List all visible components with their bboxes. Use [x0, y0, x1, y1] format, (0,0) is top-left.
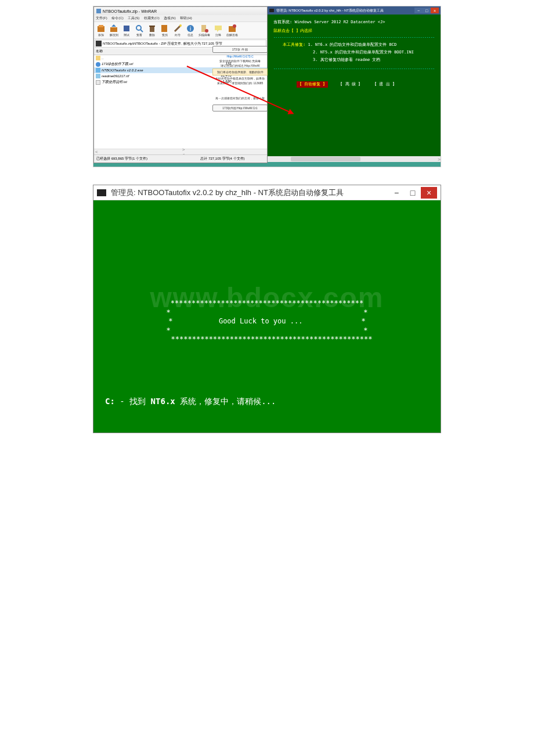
svg-rect-7 — [149, 26, 155, 27]
winrar-title-text: NTBOOTautofix.zip - WinRAR — [103, 9, 157, 13]
minimize-button[interactable]: − — [414, 8, 423, 13]
exit-button[interactable]: 【 退 出 】 — [373, 81, 396, 88]
svg-point-4 — [136, 26, 141, 30]
advanced-button[interactable]: 【 高 级 】 — [338, 81, 362, 88]
svg-line-5 — [140, 30, 143, 32]
col-name[interactable]: 名称 — [96, 49, 197, 54]
txt-icon — [96, 80, 100, 85]
divider: ----------------------------------------… — [273, 34, 435, 40]
address-text: NTBOOTautofix.zip\NTBOOTautofix - ZIP 压缩… — [103, 41, 222, 46]
wizard-button[interactable]: 向导 — [172, 23, 183, 37]
cmd-icon — [97, 189, 106, 196]
console2-title: 管理员: NTBOOTautofix v2.0.2 by chz_hlh - N… — [111, 188, 388, 198]
menu-fav[interactable]: 收藏夹(O) — [144, 16, 160, 20]
menu-file[interactable]: 文件(F) — [96, 16, 107, 20]
console-window-1: 管理员: NTBOOTautofix v2.0.2 by chz_hlh - N… — [268, 6, 441, 162]
info-button[interactable]: i信息 — [185, 23, 196, 37]
console1-title: 管理员: NTBOOTautofix v2.0.2 by chz_hlh - N… — [276, 8, 414, 13]
repair-section: 本工具修复: 1. NT6.x 的启动文件和启动菜单配置文件 BCD 2. NT… — [283, 42, 435, 64]
sfx-button[interactable]: 自解压格 — [225, 23, 239, 37]
winrar-menubar[interactable]: 文件(F) 命令(C) 工具(S) 收藏夹(O) 选项(N) 帮助(H) — [94, 15, 267, 22]
menu-help[interactable]: 帮助(H) — [180, 16, 192, 20]
console1-body: 当前系统: Windows Server 2012 R2 Datacenter … — [268, 15, 441, 92]
folder-icon — [96, 56, 100, 60]
screenshot-1: NTBOOTautofix.zip - WinRAR 文件(F) 命令(C) 工… — [93, 6, 441, 167]
svg-rect-1 — [99, 25, 103, 27]
extract-button[interactable]: 解压到 — [108, 23, 120, 37]
rtf-icon — [96, 74, 100, 78]
system-info: 当前系统: Windows Server 2012 R2 Datacenter … — [273, 19, 435, 26]
menu-options[interactable]: 选项(N) — [164, 16, 175, 20]
watermark: www.bdocx.com — [150, 282, 384, 314]
panel-url[interactable]: Http://WwW.Cr173.C — [212, 55, 268, 58]
svg-text:i: i — [190, 26, 191, 32]
scrollbar[interactable]: > — [268, 156, 441, 162]
menu-command[interactable]: 命令(C) — [111, 16, 123, 20]
svg-point-9 — [179, 24, 182, 27]
svg-rect-8 — [161, 25, 167, 32]
maximize-button[interactable]: □ — [405, 187, 421, 199]
console1-titlebar: 管理员: NTBOOTautofix v2.0.2 by chz_hlh - N… — [268, 6, 441, 15]
svg-rect-14 — [215, 26, 222, 30]
winrar-icon — [96, 9, 101, 13]
statusbar: 已经选择 693,865 字节(1 个文件) 总计 727,105 字节(4 个… — [94, 154, 267, 163]
close-button[interactable]: × — [431, 8, 439, 13]
delete-button[interactable]: 删除 — [146, 23, 158, 37]
auto-repair-button[interactable]: 【 自动修复 】 — [297, 81, 328, 88]
status-line: C: - 找到 NT6.x 系统，修复中，请稍候... — [105, 397, 429, 407]
scrollbar[interactable]: > < — [94, 149, 267, 154]
console2-body: www.bdocx.com **************************… — [93, 200, 441, 433]
panel-text: 请记住我们的域名 Http://WwW — [212, 64, 268, 67]
svg-point-13 — [205, 29, 208, 33]
svg-rect-6 — [150, 27, 154, 32]
panel-header: 173 软 件 园 — [212, 46, 268, 53]
add-button[interactable]: 添加 — [95, 23, 107, 37]
panel-highlight: 我们将会给你提供最新、最酷的软件 — [212, 69, 268, 75]
exe-icon — [96, 68, 100, 73]
test-button[interactable]: 测试 — [121, 23, 132, 37]
panel-text: 安全绿色的软件下载网站 无病毒 — [212, 59, 268, 63]
status-left: 已经选择 693,865 字节(1 个文件) — [96, 156, 181, 161]
prompt-text: 鼠标点击【 】内选择 — [273, 28, 435, 34]
status-right: 总计 727,105 字节(4 个文件) — [181, 156, 265, 161]
winrar-titlebar: NTBOOTautofix.zip - WinRAR — [94, 7, 267, 15]
screenshot-2: 管理员: NTBOOTautofix v2.0.2 by chz_hlh - N… — [93, 185, 441, 433]
url-icon — [96, 62, 100, 67]
view-button[interactable]: 查看 — [134, 23, 145, 37]
winrar-toolbar: 添加 解压到 测试 查看 删除 查找 向导 i信息 扫描病毒 注释 自解压格 — [94, 22, 267, 39]
comment-button[interactable]: 注释 — [212, 23, 224, 37]
find-button[interactable]: 查找 — [159, 23, 171, 37]
svg-point-16 — [233, 24, 236, 28]
menu-tools[interactable]: 工具(S) — [128, 16, 139, 20]
info-panel: 173 软 件 园 Http://WwW.Cr173.C 安全绿色的软件下载网站… — [212, 46, 268, 113]
scan-button[interactable]: 扫描病毒 — [197, 23, 211, 37]
maximize-button[interactable]: □ — [423, 8, 431, 13]
svg-rect-3 — [124, 26, 129, 31]
minimize-button[interactable]: − — [388, 187, 405, 199]
close-button[interactable]: × — [421, 187, 437, 199]
panel-text: 本站所有软件都是来自互联网，如果你 — [212, 77, 268, 80]
console2-titlebar: 管理员: NTBOOTautofix v2.0.2 by chz_hlh - N… — [93, 185, 441, 200]
divider: ----------------------------------------… — [273, 66, 435, 71]
button-row: 【 自动修复 】 【 高 级 】 【 退 出 】 — [297, 81, 435, 88]
panel-footer: 173软件园 Http://WwW.Cr1 — [212, 105, 268, 111]
up-icon[interactable] — [96, 41, 102, 46]
svg-rect-2 — [110, 27, 117, 32]
console-window-2: 管理员: NTBOOTautofix v2.0.2 by chz_hlh - N… — [93, 185, 441, 433]
cmd-icon — [269, 9, 274, 12]
